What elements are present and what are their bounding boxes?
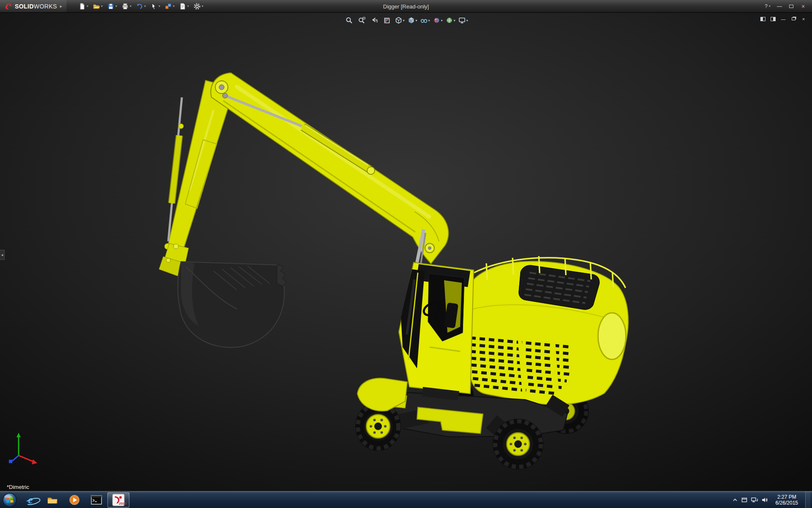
previous-view-button[interactable] xyxy=(369,15,380,25)
view-settings-icon xyxy=(458,17,466,24)
reference-component-button[interactable] xyxy=(164,1,176,11)
section-view-icon xyxy=(383,17,391,24)
edit-appearance-button[interactable] xyxy=(432,15,444,25)
open-document-icon xyxy=(93,3,100,10)
tray-action-center-button[interactable] xyxy=(741,497,747,503)
taskbar-clock[interactable]: 2:27 PM 6/26/2015 xyxy=(772,494,801,506)
chevron-up-icon xyxy=(732,498,738,502)
open-document-button[interactable] xyxy=(92,1,104,11)
volume-icon xyxy=(762,497,768,503)
pane-right-button[interactable] xyxy=(769,15,777,22)
taskbar-internet-explorer[interactable]: e xyxy=(19,491,41,508)
pane-right-icon xyxy=(771,17,776,21)
close-button[interactable]: × xyxy=(798,2,809,11)
taskbar-solidworks-2015[interactable]: 2015 xyxy=(107,492,129,508)
view-settings-button[interactable] xyxy=(458,15,469,25)
doc-restore-icon xyxy=(792,17,796,20)
windows-start-icon xyxy=(2,492,17,508)
display-style-icon xyxy=(407,17,415,24)
edit-appearance-icon xyxy=(433,17,440,24)
digger-3d-model[interactable] xyxy=(0,13,812,491)
apply-scene-button[interactable] xyxy=(445,15,456,25)
tray-chevron-button[interactable] xyxy=(732,498,738,502)
media-player-icon xyxy=(69,494,80,505)
hide-show-items-button[interactable] xyxy=(420,15,431,25)
quick-access-toolbar xyxy=(77,1,204,11)
zoom-to-area-button[interactable] xyxy=(356,15,368,25)
maximize-button[interactable] xyxy=(786,2,797,11)
command-prompt-icon xyxy=(91,495,102,505)
view-orientation-label: *Dimetric xyxy=(7,484,29,490)
panel-collapse-arrow[interactable]: ◂ xyxy=(0,250,5,260)
save-icon xyxy=(107,3,115,10)
solidworks-year-badge: 2015 xyxy=(119,502,126,505)
zoom-to-fit-button[interactable] xyxy=(343,15,355,25)
title-bar: SOLIDWORKS ▸ xyxy=(0,0,812,13)
new-document-icon xyxy=(78,3,86,10)
maximize-icon xyxy=(789,5,793,8)
network-icon xyxy=(751,497,758,503)
document-window-controls: — × xyxy=(759,15,808,22)
file-properties-button[interactable] xyxy=(178,1,190,11)
undo-icon xyxy=(136,3,143,10)
pane-left-icon xyxy=(760,17,765,21)
graphics-viewport[interactable]: — × ◂ *Dimetric xyxy=(0,13,812,491)
start-button[interactable] xyxy=(0,491,19,508)
previous-view-icon xyxy=(370,17,378,24)
options-gear-icon xyxy=(193,3,201,10)
clock-time: 2:27 PM xyxy=(776,494,798,500)
zoom-to-fit-icon xyxy=(345,17,353,24)
rear-fender-opening xyxy=(598,313,626,359)
taskbar-windows-explorer[interactable] xyxy=(41,491,63,508)
system-tray: 2:27 PM 6/26/2015 xyxy=(732,491,812,508)
view-orientation-button[interactable] xyxy=(394,15,406,25)
solidworks-logo-icon xyxy=(4,2,13,11)
doc-close-button[interactable]: × xyxy=(799,15,808,22)
z-axis-marker xyxy=(9,460,12,463)
zoom-to-area-icon xyxy=(358,17,365,24)
section-view-button[interactable] xyxy=(381,15,393,25)
taskbar: e xyxy=(0,491,812,508)
menu-expand-arrow[interactable]: ▸ xyxy=(60,4,62,8)
solidworks-window: SOLIDWORKS ▸ xyxy=(0,0,812,508)
display-style-button[interactable] xyxy=(407,15,418,25)
print-button[interactable] xyxy=(121,1,132,11)
window-title: Digger [Read-only] xyxy=(383,3,429,9)
tray-window-icon xyxy=(741,497,747,503)
taskbar-media-player[interactable] xyxy=(63,491,85,508)
solidworks-logo: SOLIDWORKS ▸ xyxy=(0,0,66,12)
reference-component-icon xyxy=(165,3,172,10)
file-properties-icon xyxy=(179,3,187,10)
internet-explorer-icon: e xyxy=(28,494,33,505)
select-cursor-icon xyxy=(150,3,158,10)
minimize-button[interactable]: — xyxy=(774,2,785,11)
new-document-button[interactable] xyxy=(77,1,89,11)
save-button[interactable] xyxy=(106,1,118,11)
tray-network-button[interactable] xyxy=(751,497,758,503)
brand-text: SOLIDWORKS xyxy=(15,3,57,10)
window-controls: ? — × xyxy=(762,2,812,11)
front-right-wheel xyxy=(493,419,543,469)
doc-minimize-button[interactable]: — xyxy=(779,15,787,22)
apply-scene-icon xyxy=(445,17,453,24)
clock-date: 6/26/2015 xyxy=(776,500,798,506)
taskbar-command-prompt[interactable] xyxy=(85,491,107,508)
heads-up-toolbar xyxy=(343,15,469,25)
tray-volume-button[interactable] xyxy=(762,497,768,503)
cab xyxy=(399,262,474,400)
help-button[interactable]: ? xyxy=(762,2,773,11)
pane-left-button[interactable] xyxy=(759,15,767,22)
folder-icon xyxy=(47,494,58,505)
doc-restore-button[interactable] xyxy=(789,15,798,22)
undo-button[interactable] xyxy=(135,1,147,11)
print-icon xyxy=(121,3,129,10)
view-orientation-icon xyxy=(395,17,402,24)
hide-show-items-icon xyxy=(420,17,428,24)
select-button[interactable] xyxy=(149,1,161,11)
show-desktop-button[interactable] xyxy=(805,491,810,508)
options-button[interactable] xyxy=(192,1,204,11)
